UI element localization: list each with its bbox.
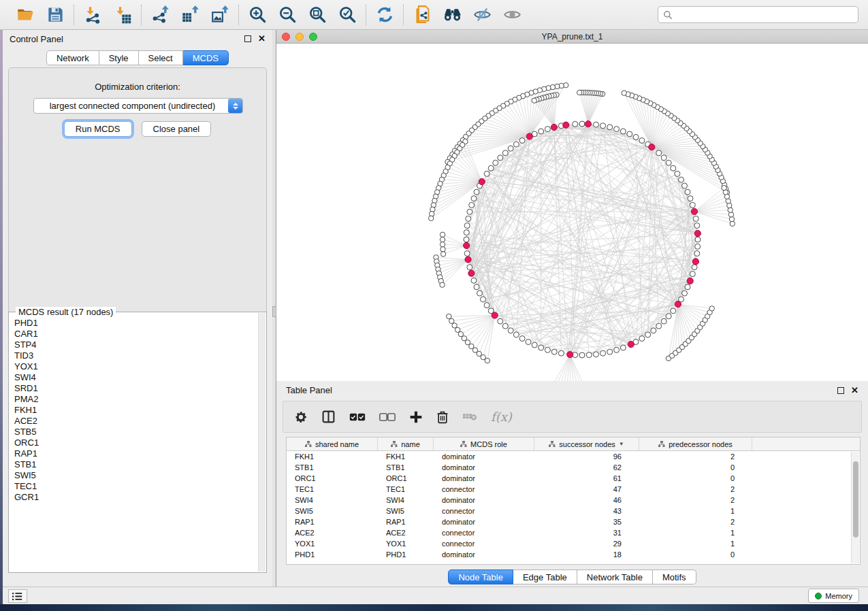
mcds-result-item[interactable]: FKH1	[14, 405, 258, 416]
mcds-result-item[interactable]: ACE2	[14, 416, 258, 427]
zoom-in-button[interactable]	[247, 5, 268, 25]
mcds-result-item[interactable]: CAR1	[14, 329, 258, 340]
show-all-button[interactable]	[502, 5, 522, 25]
network-canvas[interactable]	[276, 44, 868, 381]
network-window-titlebar[interactable]: YPA_prune.txt_1	[276, 30, 868, 44]
table-row[interactable]: FKH1FKH1dominator962	[287, 451, 860, 462]
mcds-result-item[interactable]: YOX1	[14, 361, 258, 372]
table-cell: 62	[534, 463, 639, 472]
zoom-selected-button[interactable]	[337, 5, 357, 25]
save-session-button[interactable]	[45, 5, 65, 25]
tab-edge-table[interactable]: Edge Table	[513, 569, 577, 584]
search-input[interactable]	[676, 10, 853, 20]
show-columns-button[interactable]	[321, 410, 336, 424]
table-row[interactable]: STB1STB1dominator620	[287, 462, 860, 473]
close-panel-button[interactable]: Close panel	[142, 121, 212, 137]
mcds-result-item[interactable]: STP4	[14, 340, 258, 350]
binoculars-icon	[443, 5, 462, 24]
tab-select[interactable]: Select	[139, 50, 183, 65]
tab-motifs[interactable]: Motifs	[653, 569, 696, 584]
column-type-icon	[305, 441, 312, 447]
close-panel-icon[interactable]: ✕	[851, 387, 858, 394]
table-row[interactable]: RAP1RAP1dominator352	[287, 516, 860, 527]
export-network-button[interactable]	[150, 5, 170, 25]
add-column-button[interactable]	[409, 410, 423, 424]
apply-layout-button[interactable]	[374, 5, 395, 25]
table-cell: STB1	[378, 463, 434, 472]
zoom-fit-button[interactable]	[307, 5, 327, 25]
deselect-all-button[interactable]	[379, 412, 396, 422]
table-toolbar: f(x)	[283, 401, 862, 433]
panel-menu-button[interactable]	[8, 589, 27, 603]
table-cell: SWI4	[378, 496, 434, 504]
network-graph[interactable]	[276, 44, 868, 381]
mcds-result-item[interactable]: SWI5	[14, 470, 258, 481]
tab-network-table[interactable]: Network Table	[577, 569, 653, 584]
mcds-result-list[interactable]: PHD1CAR1STP4TID3YOX1SWI4SRD1PMA2FKH1ACE2…	[10, 318, 258, 572]
mcds-result-item[interactable]: STB1	[14, 459, 258, 470]
optimization-criterion-dropdown[interactable]: largest connected component (undirected)	[33, 98, 243, 114]
mcds-result-item[interactable]: PHD1	[14, 318, 258, 329]
close-panel-icon[interactable]: ✕	[258, 35, 266, 42]
mcds-result-item[interactable]: TID3	[14, 350, 258, 361]
column-header-MCDS-role[interactable]: MCDS role	[434, 437, 534, 450]
zoom-in-icon	[248, 5, 267, 24]
table-cell: dominator	[434, 496, 534, 504]
mcds-result-item[interactable]: GCR1	[14, 492, 258, 503]
export-table-icon	[181, 5, 199, 24]
float-window-icon[interactable]	[244, 35, 251, 42]
column-header-shared-name[interactable]: shared name	[287, 437, 378, 450]
column-header-successor-nodes[interactable]: successor nodes▼	[534, 437, 639, 450]
column-header-predecessor-nodes[interactable]: predecessor nodes	[639, 437, 752, 450]
table-scrollbar[interactable]	[851, 452, 859, 563]
mcds-result-item[interactable]: RAP1	[14, 448, 258, 459]
open-file-button[interactable]	[15, 5, 35, 25]
column-header-name[interactable]: name	[378, 437, 434, 450]
table-row[interactable]: ORC1ORC1dominator610	[287, 473, 860, 484]
table-cell: ORC1	[378, 474, 434, 482]
mcds-result-item[interactable]: STB5	[14, 427, 258, 437]
hide-selected-button[interactable]	[472, 5, 492, 25]
table-options-button[interactable]	[294, 410, 308, 424]
columns-icon	[321, 410, 336, 424]
new-network-from-selection-button[interactable]	[412, 5, 432, 25]
tab-node-table[interactable]: Node Table	[448, 569, 513, 584]
import-network-button[interactable]	[82, 5, 103, 25]
memory-status-icon	[815, 593, 822, 599]
table-row[interactable]: YOX1YOX1connector291	[287, 538, 860, 549]
table-row[interactable]: SWI4SWI4dominator462	[287, 495, 860, 506]
first-neighbors-button[interactable]	[442, 5, 462, 25]
tab-network[interactable]: Network	[46, 50, 99, 65]
table-row[interactable]: PHD1PHD1dominator180	[287, 549, 860, 560]
gear-icon	[294, 410, 308, 424]
mcds-result-item[interactable]: PMA2	[14, 394, 258, 405]
zoom-out-button[interactable]	[277, 5, 298, 25]
table-scrollbar-thumb[interactable]	[853, 461, 858, 538]
table-cell: PHD1	[378, 550, 434, 559]
tab-style[interactable]: Style	[99, 50, 139, 65]
main-toolbar	[0, 0, 868, 30]
mcds-result-item[interactable]: TEC1	[14, 481, 258, 492]
table-cell: connector	[434, 507, 534, 515]
float-window-icon[interactable]	[837, 387, 844, 394]
export-table-button[interactable]	[180, 5, 200, 25]
mcds-result-scrollbar[interactable]	[258, 313, 266, 572]
mcds-result-item[interactable]: SRD1	[14, 383, 258, 394]
mcds-result-item[interactable]: ORC1	[14, 437, 258, 448]
table-row[interactable]: ACE2ACE2connector311	[287, 527, 860, 538]
export-image-button[interactable]	[210, 5, 230, 25]
table-cell: PHD1	[287, 550, 378, 559]
search-area	[658, 6, 858, 23]
search-field[interactable]	[658, 6, 858, 23]
delete-selected-button[interactable]	[436, 410, 449, 424]
mcds-result-item[interactable]: SWI4	[14, 372, 258, 383]
table-cell: 2	[639, 452, 752, 461]
table-row[interactable]: SWI5SWI5connector431	[287, 506, 860, 516]
table-row[interactable]: TEC1TEC1connector472	[287, 484, 860, 495]
run-mcds-button[interactable]: Run MCDS	[64, 121, 132, 137]
table-cell: FKH1	[378, 452, 434, 461]
import-table-button[interactable]	[112, 5, 133, 25]
memory-button[interactable]: Memory	[808, 589, 859, 603]
select-all-button[interactable]	[349, 412, 366, 422]
tab-mcds[interactable]: MCDS	[183, 50, 229, 65]
